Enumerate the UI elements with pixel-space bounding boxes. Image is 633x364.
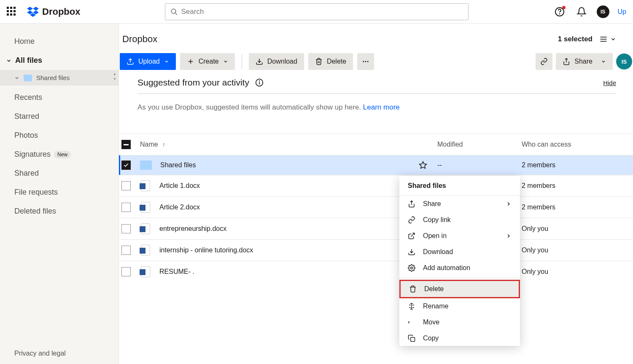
menu-item-rename[interactable]: Rename xyxy=(399,298,520,314)
word-doc-icon xyxy=(140,245,151,256)
header-right: IS Up xyxy=(553,5,626,19)
row-checkbox[interactable] xyxy=(121,246,131,255)
download-button[interactable]: Download xyxy=(249,53,304,70)
selection-count: 1 selected xyxy=(558,35,593,43)
hide-link[interactable]: Hide xyxy=(603,79,616,86)
row-checkbox[interactable] xyxy=(121,224,131,233)
upload-icon xyxy=(127,58,134,65)
menu-divider xyxy=(399,278,520,278)
table-row[interactable]: RESUME- .20/5/2021 7:21 pmOnly you xyxy=(119,261,633,282)
star-icon[interactable] xyxy=(419,161,427,169)
access-info: Only you xyxy=(522,246,616,254)
sidebar-item-photos[interactable]: Photos xyxy=(0,126,119,145)
column-header-access[interactable]: Who can access xyxy=(522,141,616,148)
menu-item-copy[interactable]: Copy xyxy=(399,330,520,346)
table-row[interactable]: entrepreneurship.docx19/5/2021 8:05 pmOn… xyxy=(119,218,633,239)
context-menu: Shared files ShareCopy linkOpen inDownlo… xyxy=(399,176,520,346)
word-doc-icon xyxy=(140,266,151,277)
sidebar-footer-link[interactable]: Privacy and legal xyxy=(0,343,119,364)
notification-dot xyxy=(562,6,566,9)
plus-icon xyxy=(187,58,194,65)
more-icon xyxy=(362,58,369,65)
upload-button[interactable]: Upload xyxy=(120,53,176,70)
download-icon xyxy=(256,58,263,65)
share-icon xyxy=(563,58,570,65)
menu-item-delete[interactable]: Delete xyxy=(399,280,520,298)
file-name: Shared files xyxy=(160,161,196,169)
search-box[interactable] xyxy=(165,3,469,20)
menu-item-copy-link[interactable]: Copy link xyxy=(399,212,520,228)
table-row[interactable]: Shared files--2 members xyxy=(119,155,633,175)
select-all-checkbox[interactable] xyxy=(121,140,131,149)
table-row[interactable]: Article 1.docx22/5/2021 8:51 pm2 members xyxy=(119,175,633,196)
file-name: internship - online tutoring.docx xyxy=(159,246,253,254)
sidebar-item-signatures[interactable]: Signatures New xyxy=(0,145,119,164)
menu-item-open-in[interactable]: Open in xyxy=(399,228,520,244)
copy-icon xyxy=(408,335,416,342)
learn-more-link[interactable]: Learn more xyxy=(363,103,400,111)
column-header-modified[interactable]: Modified xyxy=(437,141,522,148)
share-button[interactable]: Share xyxy=(556,53,613,70)
copy-link-button[interactable] xyxy=(536,53,552,70)
chevron-down-icon xyxy=(223,59,228,64)
menu-item-label: Add automation xyxy=(423,264,470,272)
view-toggle[interactable] xyxy=(599,35,616,43)
chevron-right-icon xyxy=(506,201,512,207)
menu-item-share[interactable]: Share xyxy=(399,196,520,212)
chevron-down-icon xyxy=(164,59,169,64)
info-icon[interactable] xyxy=(255,78,264,87)
scroll-widget[interactable]: ▲▼ xyxy=(113,72,117,81)
svg-point-9 xyxy=(363,61,364,62)
open-icon xyxy=(408,232,416,240)
svg-point-10 xyxy=(365,61,366,62)
row-checkbox[interactable] xyxy=(121,161,131,170)
upgrade-link[interactable]: Up xyxy=(618,8,626,16)
help-button[interactable] xyxy=(553,5,566,19)
delete-button[interactable]: Delete xyxy=(308,53,353,70)
sidebar-item-shared[interactable]: Shared xyxy=(0,164,119,183)
access-info: 2 members xyxy=(522,161,616,169)
toolbar: Upload Create Download Delete xyxy=(119,53,633,78)
main-content: Dropbox 1 selected Upload Create xyxy=(119,24,633,364)
move-icon xyxy=(408,318,416,326)
chevron-down-icon xyxy=(14,75,19,80)
chevron-down-icon xyxy=(601,59,606,64)
access-info: 2 members xyxy=(522,203,616,211)
member-avatar[interactable]: IS xyxy=(616,54,632,70)
list-view-icon xyxy=(599,35,608,43)
column-header-name[interactable]: Name ↑ xyxy=(140,141,419,148)
menu-item-label: Move xyxy=(423,318,439,326)
table-row[interactable]: internship - online tutoring.docx19/5/20… xyxy=(119,239,633,261)
row-checkbox[interactable] xyxy=(121,267,131,276)
dropbox-logo[interactable]: Dropbox xyxy=(27,6,80,17)
svg-point-14 xyxy=(259,80,260,81)
search-input[interactable] xyxy=(181,8,463,16)
sidebar-subitem-shared-files[interactable]: Shared files ▲▼ xyxy=(0,70,119,86)
menu-item-label: Delete xyxy=(424,285,444,293)
sidebar-item-deleted-files[interactable]: Deleted files xyxy=(0,202,119,221)
sidebar-item-file-requests[interactable]: File requests xyxy=(0,183,119,202)
suggested-section: Suggested from your activity Hide As you… xyxy=(119,78,633,134)
menu-item-add-automation[interactable]: Add automation xyxy=(399,260,520,276)
menu-item-download[interactable]: Download xyxy=(399,244,520,260)
row-checkbox[interactable] xyxy=(121,203,131,212)
sidebar-item-starred[interactable]: Starred xyxy=(0,107,119,126)
file-name: RESUME- . xyxy=(159,268,194,276)
shared-folder-icon xyxy=(140,161,152,170)
chevron-down-icon xyxy=(610,36,616,42)
more-actions-button[interactable] xyxy=(357,53,374,70)
sidebar-item-all-files[interactable]: All files xyxy=(0,51,119,70)
notifications-button[interactable] xyxy=(575,5,588,19)
apps-grid-icon[interactable] xyxy=(7,7,17,17)
row-checkbox[interactable] xyxy=(121,181,131,190)
table-row[interactable]: Article 2.docx22/5/2021 8:51 pm2 members xyxy=(119,196,633,218)
folder-icon xyxy=(24,75,32,81)
gear-icon xyxy=(408,264,416,272)
sidebar-item-recents[interactable]: Recents xyxy=(0,88,119,107)
menu-item-label: Copy xyxy=(423,335,439,342)
create-button[interactable]: Create xyxy=(180,53,235,70)
menu-item-move[interactable]: Move xyxy=(399,314,520,330)
sidebar-item-home[interactable]: Home xyxy=(0,32,119,51)
access-info: 2 members xyxy=(522,182,616,190)
user-avatar[interactable]: IS xyxy=(597,5,609,18)
